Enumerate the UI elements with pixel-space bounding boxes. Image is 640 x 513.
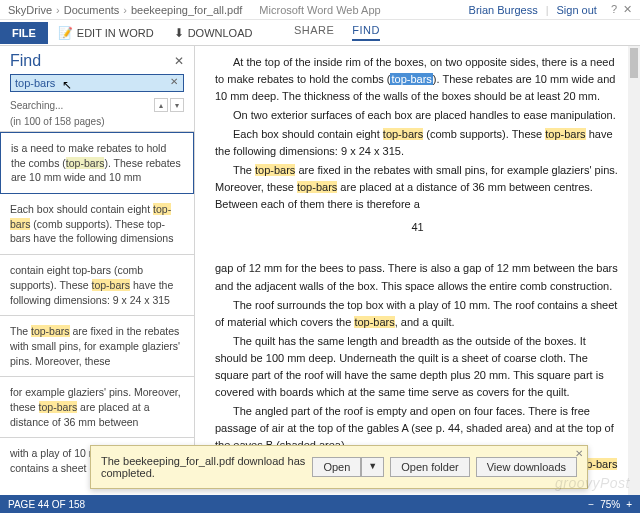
result-item[interactable]: contain eight top-bars (comb supports). … <box>0 255 194 316</box>
open-folder-button[interactable]: Open folder <box>390 457 469 477</box>
signout-link[interactable]: Sign out <box>557 4 597 16</box>
chevron-right-icon: › <box>123 4 127 16</box>
bc-root[interactable]: SkyDrive <box>8 4 52 16</box>
watermark: groovyPost <box>555 475 630 491</box>
find-tab[interactable]: FIND <box>352 24 380 41</box>
download-notification: ✕ The beekeeping_for_all.pdf download ha… <box>90 445 588 489</box>
close-icon[interactable]: ✕ <box>623 3 632 16</box>
bc-folder[interactable]: Documents <box>64 4 120 16</box>
view-downloads-button[interactable]: View downloads <box>476 457 577 477</box>
toolbar: FILE 📝EDIT IN WORD ⬇DOWNLOAD SHARE FIND <box>0 20 640 46</box>
next-result-button[interactable]: ▾ <box>170 98 184 112</box>
zoom-level[interactable]: 75% <box>600 499 620 510</box>
close-pane-icon[interactable]: ✕ <box>174 54 184 68</box>
file-tab[interactable]: FILE <box>0 22 48 44</box>
app-title: Microsoft Word Web App <box>259 4 380 16</box>
status-bar: PAGE 44 OF 158 − 75% + <box>0 495 640 513</box>
clear-search-icon[interactable]: ✕ <box>170 76 178 87</box>
result-item[interactable]: Each box should contain eight top-bars (… <box>0 194 194 255</box>
find-pane: Find ✕ ✕ ↖ Searching... ▴ ▾ (in 100 of 1… <box>0 46 195 476</box>
zoom-out-icon[interactable]: − <box>588 499 594 510</box>
cursor-icon: ↖ <box>62 78 72 92</box>
result-item[interactable]: for example glaziers' pins. Moreover, th… <box>0 377 194 438</box>
breadcrumb: SkyDrive › Documents › beekeeping_for_al… <box>0 0 640 20</box>
search-input[interactable] <box>10 74 184 92</box>
result-item[interactable]: The top-bars are fixed in the rebates wi… <box>0 316 194 377</box>
search-status: Searching... <box>10 100 63 111</box>
open-button[interactable]: Open <box>312 457 361 477</box>
open-dropdown-icon[interactable]: ▼ <box>361 457 384 477</box>
page-number: 41 <box>215 219 620 236</box>
current-match: top-bars <box>390 73 432 85</box>
close-notification-icon[interactable]: ✕ <box>575 448 583 459</box>
bc-file[interactable]: beekeeping_for_all.pdf <box>131 4 242 16</box>
help-icon[interactable]: ? <box>611 3 617 16</box>
share-tab[interactable]: SHARE <box>294 24 334 41</box>
find-title: Find <box>10 52 41 70</box>
result-item[interactable]: is a need to make rebates to hold the co… <box>0 132 194 194</box>
download-icon: ⬇ <box>174 26 184 40</box>
search-scope: (in 100 of 158 pages) <box>0 116 194 131</box>
word-icon: 📝 <box>58 26 73 40</box>
chevron-right-icon: › <box>56 4 60 16</box>
prev-result-button[interactable]: ▴ <box>154 98 168 112</box>
results-list: is a need to make rebates to hold the co… <box>0 131 194 476</box>
page-indicator[interactable]: PAGE 44 OF 158 <box>8 499 85 510</box>
download-message: The beekeeping_for_all.pdf download has … <box>101 455 312 479</box>
edit-word-button[interactable]: 📝EDIT IN WORD <box>48 21 164 45</box>
user-name[interactable]: Brian Burgess <box>469 4 538 16</box>
zoom-in-icon[interactable]: + <box>626 499 632 510</box>
scrollbar[interactable] <box>628 46 640 495</box>
download-button[interactable]: ⬇DOWNLOAD <box>164 21 263 45</box>
document-view[interactable]: At the top of the inside rim of the boxe… <box>195 46 640 476</box>
